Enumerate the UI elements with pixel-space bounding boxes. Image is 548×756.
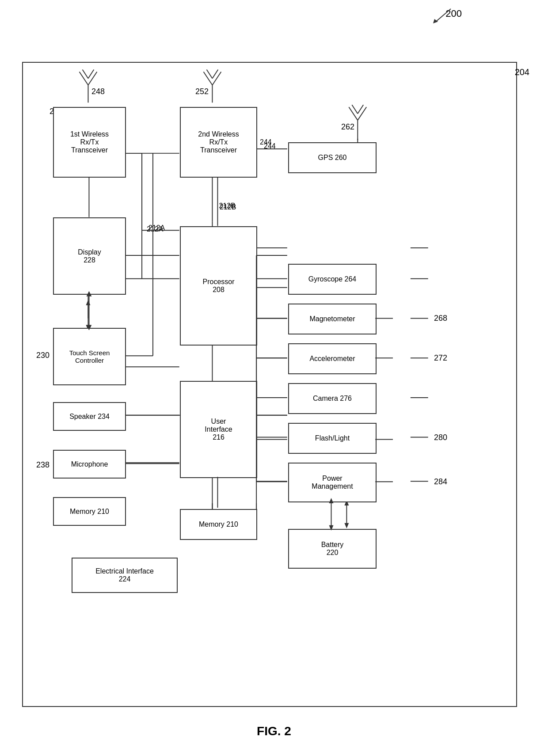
ref-272: 272 xyxy=(434,353,447,363)
svg-line-5 xyxy=(83,70,88,79)
svg-line-13 xyxy=(349,107,358,120)
svg-line-10 xyxy=(207,70,213,79)
ref-284: 284 xyxy=(434,477,447,486)
wireless1-box: 1st Wireless Rx/Tx Transceiver xyxy=(53,107,126,178)
svg-line-6 xyxy=(88,70,94,79)
accelerometer-box: Accelerometer xyxy=(288,343,377,374)
electrical-interface-box: Electrical Interface 224 xyxy=(72,558,178,593)
svg-marker-52 xyxy=(344,523,349,528)
gyroscope-box: Gyroscope 264 xyxy=(288,264,377,295)
svg-line-14 xyxy=(358,107,366,120)
battery-box: Battery 220 xyxy=(288,529,377,569)
speaker-box: Speaker 234 xyxy=(53,402,126,431)
ref-280: 280 xyxy=(434,433,447,442)
ref-212b: 212B xyxy=(220,203,236,211)
antenna1-ref-label: 248 xyxy=(91,87,105,96)
svg-line-0 xyxy=(435,9,451,22)
svg-line-15 xyxy=(352,105,358,114)
arrow-200-icon xyxy=(426,7,453,24)
camera-box: Camera 276 xyxy=(288,383,377,414)
ref-212a: 212A xyxy=(147,225,163,233)
ref-238: 238 xyxy=(36,460,49,470)
processor-box: Processor 208 xyxy=(180,226,257,346)
svg-line-4 xyxy=(88,72,97,85)
ref-204: 204 xyxy=(515,67,529,77)
display-box: Display 228 xyxy=(53,217,126,295)
svg-marker-1 xyxy=(433,19,438,23)
antenna3-ref-label: 262 xyxy=(341,122,354,132)
svg-line-16 xyxy=(358,105,363,114)
svg-line-11 xyxy=(212,70,218,79)
flash-box: Flash/Light xyxy=(288,423,377,454)
memory-left-box: Memory 210 xyxy=(53,497,126,526)
power-mgmt-box: Power Management xyxy=(288,463,377,502)
wireless2-box: 2nd Wireless Rx/Tx Transceiver xyxy=(180,107,257,178)
magnetometer-box: Magnetometer xyxy=(288,304,377,334)
ref-244: 244 xyxy=(264,142,276,150)
ref-230: 230 xyxy=(36,351,49,360)
svg-line-9 xyxy=(212,72,221,85)
outer-diagram-box: 244 212A 212B xyxy=(22,62,517,707)
svg-marker-31 xyxy=(86,300,90,305)
antenna2-ref-label: 252 xyxy=(195,87,209,96)
ref-268: 268 xyxy=(434,314,447,323)
svg-line-3 xyxy=(80,72,88,85)
user-interface-box: User Interface 216 xyxy=(180,381,257,478)
svg-line-8 xyxy=(204,72,213,85)
microphone-box: Microphone xyxy=(53,450,126,479)
figure-label: FIG. 2 xyxy=(257,724,291,738)
touch-screen-box: Touch Screen Controller xyxy=(53,328,126,385)
gps-box: GPS 260 xyxy=(288,142,377,173)
memory-center-box: Memory 210 xyxy=(180,509,257,540)
